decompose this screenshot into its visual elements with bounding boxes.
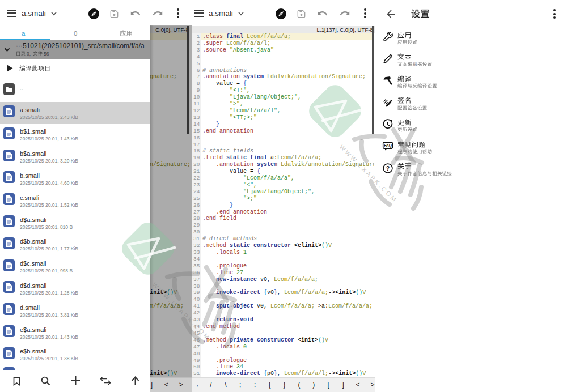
svg-text:辑: 辑	[413, 62, 417, 67]
